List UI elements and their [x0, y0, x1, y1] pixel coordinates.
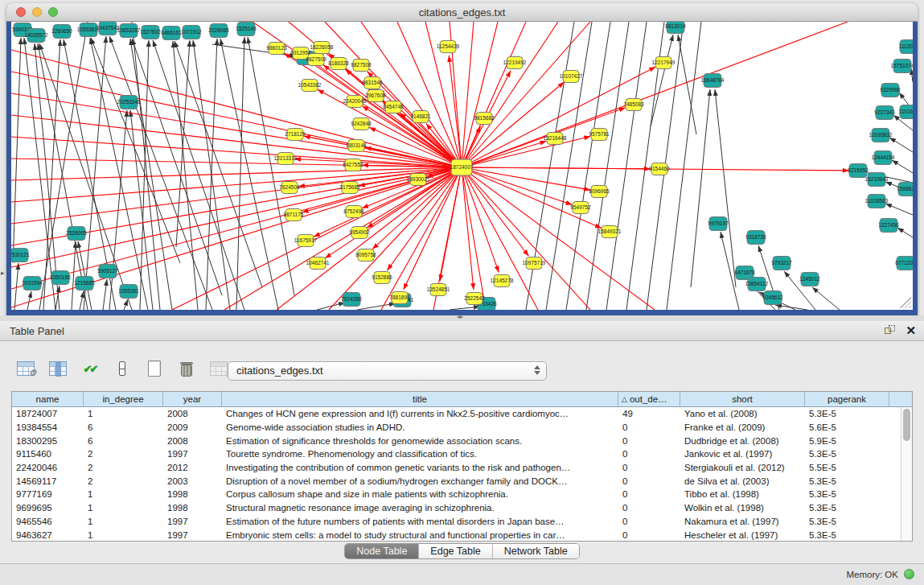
graph-edge[interactable] [462, 22, 498, 167]
graph-node[interactable]: 5905127 [97, 265, 118, 278]
graph-node[interactable]: 9318735 [745, 231, 766, 245]
graph-node[interactable]: 7485083 [623, 99, 644, 111]
row-height-icon[interactable] [111, 358, 133, 379]
graph-node[interactable]: 1525149 [236, 23, 257, 36]
graph-edge[interactable] [11, 167, 462, 267]
graph-node[interactable]: 10462741 [306, 257, 330, 270]
graph-edge[interactable] [109, 36, 212, 310]
table-row[interactable]: 2242004622012Investigating the contribut… [12, 461, 912, 475]
graph-edge[interactable] [103, 279, 107, 310]
graph-node[interactable]: 6466161 [161, 27, 182, 40]
graph-node[interactable]: 8752498 [343, 206, 364, 218]
table-row[interactable]: 1830029562008Estimation of significance … [12, 434, 912, 447]
resize-grip[interactable] [900, 297, 911, 308]
table-scrollbar[interactable] [901, 407, 912, 541]
graph-node[interactable]: 2026065 [208, 24, 229, 38]
graph-node[interactable]: 9831546 [362, 77, 383, 89]
graph-edge[interactable] [889, 138, 913, 152]
table-scrollbar-thumb[interactable] [903, 409, 910, 441]
graph-node[interactable]: 10854112 [745, 278, 769, 291]
graph-node[interactable]: 1071912 [181, 26, 202, 39]
column-header-year[interactable]: year [163, 392, 222, 406]
graph-edge[interactable] [462, 22, 590, 167]
graph-node[interactable]: 9827508 [351, 60, 372, 72]
graph-edge[interactable] [462, 82, 565, 167]
graph-edge[interactable] [449, 56, 462, 167]
graph-edge[interactable] [72, 241, 76, 310]
graph-node[interactable]: 1227456 [878, 219, 899, 233]
graph-node[interactable]: 12219492 [503, 57, 527, 69]
graph-edge[interactable] [35, 43, 60, 310]
graph-node[interactable]: 9152886 [372, 272, 392, 284]
graph-node[interactable]: 8454749 [383, 101, 404, 113]
graph-node[interactable]: 2967608 [365, 90, 386, 102]
graph-node[interactable]: 14035572 [25, 29, 48, 43]
column-header-outde[interactable]: △out_de… [618, 392, 680, 406]
column-header-name[interactable]: name [12, 392, 84, 406]
graph-node[interactable]: 9329966 [880, 84, 901, 97]
graph-edge[interactable] [80, 291, 84, 310]
graph-edge[interactable] [775, 305, 807, 310]
table-row[interactable]: 911546021997Tourette syndrome. Phenomeno… [12, 447, 912, 461]
graph-node[interactable]: 10975719 [523, 257, 546, 270]
graph-node[interactable]: 9245612 [762, 291, 783, 305]
graph-node[interactable]: 9827509 [306, 54, 326, 66]
graph-node[interactable]: 1527602 [140, 26, 161, 39]
close-panel-icon[interactable]: ✕ [906, 324, 916, 336]
graph-node[interactable]: 16210643 [865, 173, 889, 187]
delete-column-icon[interactable] [175, 358, 197, 379]
column-header-indegree[interactable]: in_degree [84, 392, 163, 406]
graph-edge[interactable] [462, 167, 655, 310]
graph-edge[interactable] [462, 22, 558, 167]
graph-node[interactable]: 18226058 [310, 42, 334, 54]
graph-node[interactable]: 1245012 [799, 273, 820, 286]
graph-node[interactable]: 11016563 [865, 195, 889, 208]
column-header-title[interactable]: title [222, 392, 618, 406]
graph-edge[interactable] [897, 228, 913, 237]
graph-node[interactable]: 12213319 [274, 153, 298, 165]
table-selector[interactable]: citations_edges.txt [228, 361, 547, 381]
graph-node[interactable]: 2718129 [285, 129, 306, 141]
graph-node[interactable]: 12093832 [869, 129, 893, 142]
panel-splitter[interactable]: ◂▸ [0, 315, 924, 321]
graph-edge[interactable] [715, 89, 736, 287]
tab-edge-table[interactable]: Edge Table [419, 544, 492, 558]
select-columns-icon[interactable]: ✔✔ [79, 358, 101, 379]
graph-node[interactable]: 9575781 [589, 129, 610, 141]
graph-edge[interactable] [27, 291, 31, 310]
graph-edge[interactable] [462, 22, 848, 167]
graph-node[interactable]: 1055381 [118, 285, 139, 299]
graph-node[interactable]: 8215953 [848, 164, 869, 178]
table-row[interactable]: 1938455462009Genome-wide association stu… [12, 421, 912, 435]
graph-edge[interactable] [248, 37, 294, 295]
column-header-pagerank[interactable]: pagerank [805, 392, 889, 406]
graph-edge[interactable] [314, 167, 462, 237]
graph-node[interactable]: 9871175 [284, 209, 304, 221]
graph-edge[interactable] [812, 287, 840, 310]
graph-node[interactable]: 11254439 [437, 41, 460, 53]
graph-node[interactable]: 1112034 [899, 40, 913, 54]
graph-node[interactable]: 2803144 [346, 140, 367, 152]
memory-status-indicator[interactable] [904, 569, 914, 579]
graph-edge[interactable] [462, 167, 528, 256]
graph-node[interactable]: 9793217 [771, 257, 792, 270]
graph-edge[interactable] [24, 38, 55, 310]
table-row[interactable]: 977716911998Corpus callosum shape and si… [12, 488, 912, 501]
graph-edge[interactable] [14, 263, 18, 310]
graph-node[interactable]: 3175685 [339, 182, 360, 194]
graph-node[interactable]: 10107427 [560, 71, 583, 83]
graph-node[interactable]: 9146821 [410, 111, 431, 123]
graph-node[interactable]: 10653287 [117, 24, 141, 38]
tab-node-table[interactable]: Node Table [345, 544, 419, 558]
graph-node[interactable]: 12217949 [652, 57, 676, 69]
graph-edge[interactable] [450, 307, 480, 310]
graph-node[interactable]: 8095758 [355, 249, 376, 262]
graph-edge[interactable] [11, 167, 462, 180]
graph-node[interactable]: 13524851 [427, 284, 450, 296]
network-graph[interactable]: 5990346140355722260650105538191943754310… [11, 22, 913, 310]
graph-edge[interactable] [606, 22, 647, 310]
graph-node[interactable]: 9979197 [708, 217, 729, 231]
collapsed-panel-arrow[interactable]: ▸ [1, 269, 5, 277]
float-panel-icon[interactable] [885, 325, 896, 336]
graph-edge[interactable] [892, 160, 913, 173]
